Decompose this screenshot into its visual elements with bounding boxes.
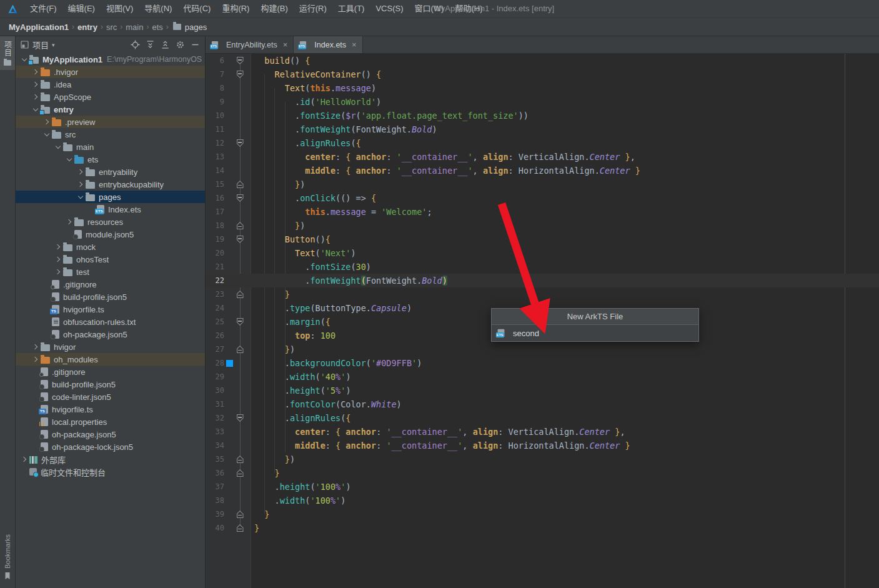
fold-marker-icon[interactable] (237, 318, 244, 326)
code-line-12[interactable]: 12 .alignRules({ (206, 136, 879, 150)
fold-marker-icon[interactable] (237, 222, 244, 229)
code-line-30[interactable]: 30 .height('5%') (206, 384, 879, 397)
tree-item-.preview[interactable]: .preview (16, 116, 205, 128)
chevron-down-icon[interactable] (42, 134, 52, 136)
chevron-right-icon[interactable] (31, 70, 41, 74)
tree-item-entryability[interactable]: entryability (16, 166, 205, 178)
settings-gear-icon[interactable] (176, 40, 185, 49)
tree-item-build-profile.json5[interactable]: build-profile.json5 (16, 291, 205, 303)
tree-item-src[interactable]: src (16, 128, 205, 141)
tree-item-.gitignore[interactable]: .gitignore (16, 278, 205, 291)
tree-item-entrybackupability[interactable]: entrybackupability (16, 178, 205, 191)
popup-item-second[interactable]: second (492, 325, 698, 341)
fold-marker-icon[interactable] (237, 291, 244, 298)
tree-item-oh_modules[interactable]: oh_modules (16, 353, 205, 366)
fold-marker-icon[interactable] (237, 414, 244, 422)
menu-item-N[interactable]: 导航(N) (139, 0, 177, 17)
code-line-38[interactable]: 38 .width('100%') (206, 494, 879, 507)
tree-item-.hvigor[interactable]: .hvigor (16, 66, 205, 78)
fold-marker-icon[interactable] (237, 469, 244, 477)
tree-item-hvigorfile.ts[interactable]: hvigorfile.ts (16, 303, 205, 316)
code-line-9[interactable]: 9 .id('HelloWorld') (206, 95, 879, 109)
code-line-29[interactable]: 29 .width('40%') (206, 370, 879, 384)
code-line-19[interactable]: 19 Button(){ (206, 232, 879, 246)
code-line-32[interactable]: 32 .alignRules({ (206, 411, 879, 425)
tree-item-oh-package.json5[interactable]: oh-package.json5 (16, 328, 205, 341)
code-line-7[interactable]: 7 RelativeContainer() { (206, 67, 879, 81)
breadcrumb-item-entry[interactable]: entry (77, 22, 97, 32)
stripe-button-project[interactable]: 项目 (0, 36, 15, 70)
chevron-right-icon[interactable] (19, 457, 29, 461)
tab-Index.ets[interactable]: Index.ets× (294, 36, 362, 53)
fold-marker-icon[interactable] (237, 346, 244, 353)
menu-item-E[interactable]: 编辑(E) (62, 0, 101, 17)
chevron-right-icon[interactable] (31, 95, 41, 99)
code-line-31[interactable]: 31 .fontColor(Color.White) (206, 397, 879, 411)
fold-marker-icon[interactable] (237, 524, 244, 532)
chevron-down-icon[interactable] (53, 146, 63, 148)
breadcrumb-item-main[interactable]: main (126, 22, 143, 32)
chevron-right-icon[interactable] (76, 170, 86, 174)
close-tab-icon[interactable]: × (352, 42, 357, 48)
tree-item-临时文件和控制台[interactable]: 临时文件和控制台 (16, 466, 205, 478)
tree-item-oh-package-lock.json5[interactable]: oh-package-lock.json5 (16, 441, 205, 453)
breadcrumb-item-pages[interactable]: pages (185, 22, 207, 32)
code-line-10[interactable]: 10 .fontSize($r('app.float.page_text_fon… (206, 109, 879, 122)
chevron-right-icon[interactable] (53, 257, 63, 261)
menu-item-V[interactable]: 视图(V) (101, 0, 139, 17)
tree-item-local.properties[interactable]: local.properties (16, 416, 205, 428)
fold-marker-icon[interactable] (237, 57, 244, 64)
menu-item-VCSS[interactable]: VCS(S) (370, 0, 409, 17)
tree-item-entry[interactable]: entry (16, 103, 205, 116)
hide-panel-button[interactable] (191, 40, 200, 49)
code-line-40[interactable]: 40} (206, 521, 879, 535)
code-line-28[interactable]: 28 .backgroundColor('#0D9FFB') (206, 356, 879, 370)
code-line-22[interactable]: 22 .fontWeight(FontWeight.Bold) (206, 274, 879, 287)
tree-item-oh-package.json5[interactable]: oh-package.json5 (16, 428, 205, 441)
code-line-21[interactable]: 21 .fontSize(30) (206, 260, 879, 274)
tree-item-pages[interactable]: pages (16, 191, 205, 203)
code-line-36[interactable]: 36 } (206, 466, 879, 480)
menu-item-F[interactable]: 文件(F) (24, 0, 62, 17)
chevron-right-icon[interactable] (53, 270, 63, 274)
tree-item-obfuscation-rules.txt[interactable]: obfuscation-rules.txt (16, 316, 205, 328)
code-line-20[interactable]: 20 Text('Next') (206, 246, 879, 260)
code-line-11[interactable]: 11 .fontWeight(FontWeight.Bold) (206, 122, 879, 136)
menu-item-C[interactable]: 代码(C) (177, 0, 216, 17)
tab-EntryAbility.ets[interactable]: EntryAbility.ets× (206, 36, 294, 53)
tree-item-hvigor[interactable]: hvigor (16, 341, 205, 353)
tree-item-ets[interactable]: ets (16, 153, 205, 166)
fold-marker-icon[interactable] (237, 181, 244, 188)
chevron-right-icon[interactable] (31, 82, 41, 86)
fold-marker-icon[interactable] (237, 456, 244, 463)
menu-item-R[interactable]: 运行(R) (294, 0, 332, 17)
code-line-35[interactable]: 35 }) (206, 452, 879, 466)
tree-item-AppScope[interactable]: AppScope (16, 91, 205, 103)
chevron-down-icon[interactable] (64, 159, 74, 161)
tree-item-test[interactable]: test (16, 266, 205, 278)
code-line-16[interactable]: 16 .onClick(() => { (206, 191, 879, 205)
chevron-down-icon[interactable] (76, 196, 86, 198)
code-line-39[interactable]: 39 } (206, 507, 879, 521)
expand-all-button[interactable] (146, 40, 155, 49)
color-swatch[interactable] (226, 360, 233, 367)
fold-marker-icon[interactable] (237, 511, 244, 518)
tree-item-hvigorfile.ts[interactable]: hvigorfile.ts (16, 403, 205, 416)
tree-item-code-linter.json5[interactable]: code-linter.json5 (16, 391, 205, 403)
tree-item-外部库[interactable]: 外部库 (16, 453, 205, 466)
tree-item-resources[interactable]: resources (16, 216, 205, 228)
chevron-right-icon[interactable] (31, 357, 41, 361)
breadcrumb-item-src[interactable]: src (106, 22, 117, 32)
tree-item-Index.ets[interactable]: Index.ets (16, 203, 205, 216)
code-line-15[interactable]: 15 }) (206, 177, 879, 191)
collapse-all-button[interactable] (161, 40, 170, 49)
code-line-33[interactable]: 33 center: { anchor: '__container__', al… (206, 425, 879, 439)
chevron-down-icon[interactable]: ▾ (52, 42, 55, 48)
menu-item-B[interactable]: 构建(B) (255, 0, 293, 17)
tree-item-module.json5[interactable]: module.json5 (16, 228, 205, 241)
locate-file-button[interactable] (131, 40, 140, 49)
chevron-right-icon[interactable] (53, 245, 63, 249)
tree-item-mock[interactable]: mock (16, 241, 205, 253)
fold-marker-icon[interactable] (237, 236, 244, 243)
tree-item-MyApplication1[interactable]: MyApplication1E:\myProgram\HarmonyOS (16, 53, 205, 66)
